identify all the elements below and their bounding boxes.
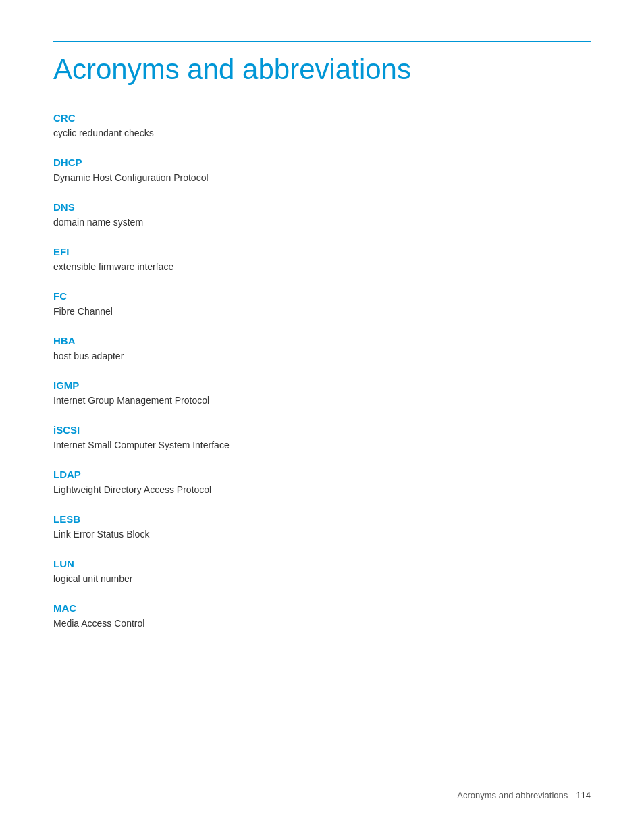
- acronym-term: DNS: [53, 201, 591, 213]
- acronym-term: EFI: [53, 246, 591, 257]
- list-item: LDAPLightweight Directory Access Protoco…: [53, 469, 591, 497]
- list-item: IGMPInternet Group Management Protocol: [53, 380, 591, 408]
- list-item: EFIextensible firmware interface: [53, 246, 591, 274]
- list-item: CRCcyclic redundant checks: [53, 112, 591, 140]
- acronym-term: HBA: [53, 335, 591, 346]
- top-rule: [53, 41, 591, 42]
- acronym-term: FC: [53, 290, 591, 302]
- acronym-definition: extensible firmware interface: [53, 260, 591, 274]
- acronym-term: LDAP: [53, 469, 591, 480]
- acronym-term: LESB: [53, 513, 591, 525]
- acronym-term: IGMP: [53, 380, 591, 391]
- acronym-term: LUN: [53, 558, 591, 569]
- acronym-definition: logical unit number: [53, 572, 591, 586]
- acronym-term: DHCP: [53, 157, 591, 168]
- footer-page-number: 114: [576, 790, 591, 800]
- acronym-definition: Lightweight Directory Access Protocol: [53, 483, 591, 497]
- page: Acronyms and abbreviations CRCcyclic red…: [0, 0, 644, 834]
- acronym-definition: Media Access Control: [53, 617, 591, 631]
- list-item: LUNlogical unit number: [53, 558, 591, 586]
- acronym-definition: Dynamic Host Configuration Protocol: [53, 171, 591, 185]
- acronym-definition: host bus adapter: [53, 349, 591, 363]
- acronym-term: CRC: [53, 112, 591, 124]
- footer-text: Acronyms and abbreviations: [457, 790, 568, 800]
- footer: Acronyms and abbreviations 114: [457, 790, 591, 800]
- list-item: FCFibre Channel: [53, 290, 591, 319]
- list-item: HBAhost bus adapter: [53, 335, 591, 363]
- acronym-term: MAC: [53, 602, 591, 614]
- list-item: iSCSIInternet Small Computer System Inte…: [53, 424, 591, 452]
- acronym-list: CRCcyclic redundant checksDHCPDynamic Ho…: [53, 112, 591, 631]
- acronym-definition: Internet Small Computer System Interface: [53, 438, 591, 452]
- acronym-definition: domain name system: [53, 215, 591, 230]
- acronym-definition: Fibre Channel: [53, 305, 591, 319]
- list-item: LESBLink Error Status Block: [53, 513, 591, 542]
- acronym-term: iSCSI: [53, 424, 591, 436]
- list-item: DHCPDynamic Host Configuration Protocol: [53, 157, 591, 185]
- acronym-definition: cyclic redundant checks: [53, 126, 591, 140]
- page-title: Acronyms and abbreviations: [53, 54, 591, 85]
- list-item: DNSdomain name system: [53, 201, 591, 230]
- acronym-definition: Link Error Status Block: [53, 527, 591, 542]
- list-item: MACMedia Access Control: [53, 602, 591, 631]
- acronym-definition: Internet Group Management Protocol: [53, 394, 591, 408]
